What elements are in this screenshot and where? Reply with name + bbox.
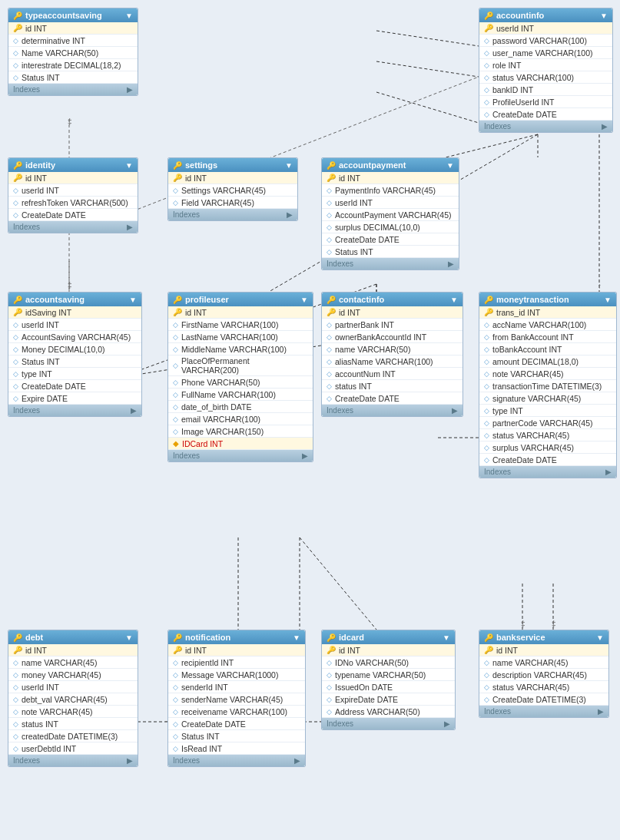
col-value: status INT bbox=[22, 719, 58, 729]
table-row: ◇CreateDate DATE bbox=[8, 380, 141, 392]
table-row: ◇PlaceOfPermanent VARCHAR(200) bbox=[168, 356, 313, 376]
fk-icon: ◇ bbox=[173, 428, 178, 435]
table-header-moneytransaction[interactable]: 🔑moneytransaction ▼ bbox=[479, 293, 616, 306]
table-title: idcard bbox=[339, 633, 364, 642]
table-row: ◇email VARCHAR(100) bbox=[168, 413, 313, 425]
table-footer[interactable]: Indexes ▶ bbox=[322, 405, 463, 416]
col-value: money VARCHAR(45) bbox=[22, 670, 101, 680]
col-value: Settings VARCHAR(45) bbox=[181, 186, 266, 195]
pk-icon: 🔑 bbox=[13, 308, 22, 316]
col-value: type INT bbox=[492, 406, 523, 415]
table-row: 🔑id INT bbox=[168, 306, 313, 319]
table-header-contactinfo[interactable]: 🔑contactinfo ▼ bbox=[322, 293, 463, 306]
col-value: partnerBank INT bbox=[335, 320, 394, 329]
arrow-icon: ▼ bbox=[293, 633, 300, 642]
table-row: 🔑id INT bbox=[8, 172, 138, 184]
table-footer[interactable]: Indexes ▶ bbox=[322, 718, 455, 729]
table-footer[interactable]: Indexes ▶ bbox=[479, 706, 608, 717]
fk-icon: ◇ bbox=[327, 671, 332, 679]
fk-icon: ◇ bbox=[484, 382, 489, 390]
fk-icon: ◇ bbox=[13, 321, 18, 329]
indexes-label: Indexes bbox=[484, 122, 511, 131]
table-title: bankservice bbox=[496, 633, 545, 642]
pk-icon: 🔑 bbox=[327, 174, 336, 182]
table-header-accountsaving[interactable]: 🔑accountsaving ▼ bbox=[8, 293, 141, 306]
col-value: CreateDate DATE bbox=[335, 394, 400, 403]
table-footer[interactable]: Indexes ▶ bbox=[8, 84, 138, 95]
table-accountsaving: 🔑accountsaving ▼ 🔑idSaving INT ◇userId I… bbox=[8, 292, 142, 417]
table-row: ◇type INT bbox=[8, 368, 141, 380]
table-footer[interactable]: Indexes ▶ bbox=[168, 209, 297, 220]
pk-icon: 🔑 bbox=[173, 646, 182, 654]
col-value: accountNum INT bbox=[335, 369, 396, 379]
col-value: idSaving INT bbox=[25, 308, 71, 317]
table-header-identity[interactable]: 🔑identity ▼ bbox=[8, 158, 138, 172]
table-header-debt[interactable]: 🔑debt ▼ bbox=[8, 630, 138, 644]
col-value: IssuedOn DATE bbox=[335, 683, 393, 692]
svg-text:‡: ‡ bbox=[552, 620, 556, 628]
table-row: ◇CreateDate DATE bbox=[479, 454, 616, 466]
table-title: debt bbox=[25, 633, 43, 642]
table-header-idcard[interactable]: 🔑idcard ▼ bbox=[322, 630, 455, 644]
table-footer[interactable]: Indexes ▶ bbox=[8, 221, 138, 233]
table-row: ◇Status INT bbox=[322, 246, 459, 258]
table-header-notification[interactable]: 🔑notification ▼ bbox=[168, 630, 305, 644]
col-value: accName VARCHAR(100) bbox=[492, 320, 586, 329]
table-row: 🔑id INT bbox=[8, 22, 138, 35]
fk-icon: ◇ bbox=[327, 236, 332, 243]
table-row: ◇from BankAccount INT bbox=[479, 331, 616, 343]
fk-icon: ◇ bbox=[327, 199, 332, 207]
table-footer[interactable]: Indexes ▶ bbox=[168, 755, 305, 766]
table-footer[interactable]: Indexes ▶ bbox=[168, 450, 313, 461]
table-row: ◇IsRead INT bbox=[168, 742, 305, 755]
table-footer[interactable]: Indexes ▶ bbox=[479, 466, 616, 478]
table-title: identity bbox=[25, 160, 55, 170]
fk-icon: ◇ bbox=[484, 321, 489, 329]
col-value: name VARCHAR(45) bbox=[22, 658, 97, 667]
col-value: user_name VARCHAR(100) bbox=[492, 48, 593, 58]
table-row: 🔑id INT bbox=[322, 172, 459, 184]
footer-arrow: ▶ bbox=[444, 719, 450, 728]
table-row: ◇transactionTime DATETIME(3) bbox=[479, 380, 616, 392]
col-value: interestrate DECIMAL(18,2) bbox=[22, 61, 121, 70]
table-row: ◇partnerCode VARCHAR(45) bbox=[479, 417, 616, 429]
table-row: ◇createdDate DATETIME(3) bbox=[8, 730, 138, 742]
table-footer[interactable]: Indexes ▶ bbox=[8, 755, 138, 766]
fk-icon: ◇ bbox=[484, 696, 489, 703]
table-row: ◇role INT bbox=[479, 59, 612, 71]
fk-icon: ◇ bbox=[484, 395, 489, 402]
table-row: ◇CreateDate DATE bbox=[479, 108, 612, 121]
table-header-accountpayment[interactable]: 🔑accountpayment ▼ bbox=[322, 158, 459, 172]
fk-icon: ◇ bbox=[13, 199, 18, 207]
table-footer[interactable]: Indexes ▶ bbox=[479, 121, 612, 132]
table-footer[interactable]: Indexes ▶ bbox=[322, 258, 459, 270]
table-row: ◇CreateDate DATE bbox=[322, 233, 459, 246]
table-row: ◇name VARCHAR(45) bbox=[8, 656, 138, 669]
table-footer[interactable]: Indexes ▶ bbox=[8, 405, 141, 416]
footer-arrow: ▶ bbox=[448, 260, 454, 268]
table-title: moneytransaction bbox=[496, 295, 569, 304]
col-value: IDNo VARCHAR(50) bbox=[335, 658, 409, 667]
col-value: role INT bbox=[492, 61, 521, 70]
key-icon: 🔑 bbox=[327, 296, 336, 304]
table-header-accountinfo[interactable]: 🔑accountinfo ▼ bbox=[479, 8, 612, 22]
table-row: ◇Money DECIMAL(10,0) bbox=[8, 343, 141, 356]
col-value: userId INT bbox=[22, 683, 59, 692]
table-row: ◇LastName VARCHAR(100) bbox=[168, 331, 313, 343]
table-header-bankservice[interactable]: 🔑bankservice ▼ bbox=[479, 630, 608, 644]
table-header-profileuser[interactable]: 🔑profileuser ▼ bbox=[168, 293, 313, 306]
fk-icon: ◇ bbox=[13, 395, 18, 402]
table-header-typeaccountsaving[interactable]: 🔑typeaccountsaving ▼ bbox=[8, 8, 138, 22]
col-value: Expire DATE bbox=[22, 394, 68, 403]
table-header-settings[interactable]: 🔑settings ▼ bbox=[168, 158, 297, 172]
table-accountpayment: 🔑accountpayment ▼ 🔑id INT ◇PaymentInfo V… bbox=[321, 157, 459, 270]
fk-icon: ◇ bbox=[13, 211, 18, 219]
col-value: recipientId INT bbox=[181, 658, 234, 667]
table-title: accountinfo bbox=[496, 11, 544, 20]
footer-arrow: ▶ bbox=[127, 85, 133, 94]
col-value: Message VARCHAR(1000) bbox=[181, 670, 278, 680]
fk-icon: ◇ bbox=[173, 708, 178, 716]
col-value: surplus VARCHAR(45) bbox=[492, 443, 574, 452]
table-row: ◇accountNum INT bbox=[322, 368, 463, 380]
col-value: userId INT bbox=[22, 186, 59, 195]
